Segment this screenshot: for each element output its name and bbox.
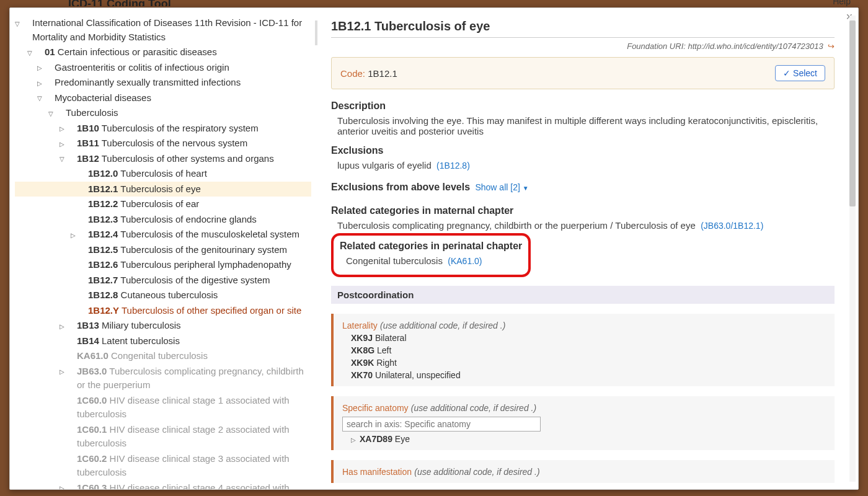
entity-title: 1B12.1 Tuberculosis of eye (331, 19, 835, 38)
tree-item[interactable]: 1B12.5 Tuberculosis of the genitourinary… (15, 242, 311, 258)
triangle-right-icon[interactable]: ▷ (68, 367, 76, 376)
tree-item-selected[interactable]: 1B12.1 Tuberculosis of eye (15, 182, 311, 197)
caret-down-icon: ▼ (523, 185, 529, 192)
triangle-right-icon[interactable]: ▷ (68, 322, 76, 331)
axis-option[interactable]: XK9K Right (342, 355, 826, 368)
perinatal-code-link[interactable]: (KA61.0) (448, 256, 482, 266)
tree-item-residual[interactable]: 1B12.Y Tuberculosis of other specified o… (15, 303, 311, 319)
perinatal-item: Congenital tuberculosis (KA61.0) (340, 255, 522, 266)
entity-detail-modal: ✕ ▽International Classification of Disea… (9, 7, 859, 490)
triangle-right-icon[interactable]: ▷ (351, 436, 358, 443)
triangle-right-icon[interactable]: ▷ (79, 231, 87, 240)
axis-title: Laterality (342, 321, 378, 330)
triangle-right-icon[interactable]: ▷ (46, 79, 53, 88)
axis-option[interactable]: XK8G Left (342, 343, 826, 355)
postcoordination-header: Postcoordination (331, 286, 835, 304)
axis-search-input[interactable] (342, 417, 541, 432)
axis-option[interactable]: XK9J Bilateral (342, 330, 826, 343)
tree-item[interactable]: ▷Predominantly sexually transmitted infe… (15, 75, 311, 91)
tree-item[interactable]: 1B12.8 Cutaneous tuberculosis (15, 288, 311, 303)
axis-note: (use additional code, if desired .) (380, 321, 505, 330)
section-description-heading: Description (331, 100, 835, 112)
axis-title: Specific anatomy (342, 403, 409, 413)
tree-item[interactable]: ▷Gastroenteritis or colitis of infectiou… (15, 60, 311, 76)
tree-item[interactable]: 1B14 Latent tuberculosis (15, 334, 311, 349)
axis-option[interactable]: ▷XA7D89 Eye (342, 432, 826, 444)
section-exclusions-above-heading: Exclusions from above levels (331, 182, 470, 193)
tree-chapter-01[interactable]: ▽01 Certain infectious or parasitic dise… (15, 45, 311, 60)
show-all-link[interactable]: Show all [2]▼ (475, 182, 528, 192)
tree-item-secondary[interactable]: ▷1C60.3 HIV disease clinical stage 4 ass… (15, 480, 311, 490)
axis-has-manifestation: Has manifestation (use additional code, … (331, 460, 835, 483)
tree-item-secondary[interactable]: 1C60.1 HIV disease clinical stage 2 asso… (15, 422, 311, 451)
exclusion-code-link[interactable]: (1B12.8) (436, 161, 470, 170)
tree-item[interactable]: ▷1B13 Miliary tuberculosis (15, 318, 311, 334)
axis-title: Has manifestation (342, 467, 412, 477)
axis-note: (use additional code, if desired .) (414, 467, 539, 477)
external-link-icon[interactable]: ↪ (828, 42, 835, 51)
tree-item[interactable]: ▷1B12.4 Tuberculosis of the musculoskele… (15, 227, 311, 242)
maternal-item: Tuberculosis complicating pregnancy, chi… (331, 220, 835, 231)
pane-splitter[interactable] (314, 8, 319, 489)
select-button[interactable]: ✓ Select (775, 65, 825, 81)
code-label: Code: (340, 68, 365, 79)
exclusion-item: lupus vulgaris of eyelid (1B12.8) (331, 160, 835, 170)
tree-item[interactable]: ▷1B11 Tuberculosis of the nervous system (15, 136, 311, 151)
tree-item[interactable]: 1B12.2 Tuberculosis of ear (15, 197, 311, 212)
triangle-right-icon[interactable]: ▷ (46, 63, 53, 73)
code-value: 1B12.1 (368, 68, 397, 79)
triangle-right-icon[interactable]: ▷ (68, 140, 76, 149)
triangle-right-icon[interactable]: ▷ (68, 124, 76, 133)
tree-item[interactable]: 1B12.3 Tuberculosis of endocrine glands (15, 212, 311, 228)
tree-item[interactable]: ▽Mycobacterial diseases (15, 91, 311, 106)
tree-item-secondary[interactable]: ▷JB63.0 Tuberculosis complicating pregna… (15, 364, 311, 393)
section-perinatal-heading: Related categories in perinatal chapter (340, 241, 522, 252)
triangle-down-icon[interactable]: ▽ (57, 109, 64, 118)
tree-item[interactable]: 1B12.0 Tuberculosis of heart (15, 166, 311, 182)
foundation-uri: Foundation URI: http://id.who.int/icd/en… (331, 42, 835, 51)
tree-item-secondary[interactable]: 1C60.0 HIV disease clinical stage 1 asso… (15, 393, 311, 422)
triangle-down-icon[interactable]: ▽ (68, 154, 76, 164)
triangle-down-icon[interactable]: ▽ (46, 94, 53, 103)
maternal-code-link[interactable]: (JB63.0/1B12.1) (701, 221, 763, 231)
tree-item[interactable]: ▽Tuberculosis (15, 105, 311, 121)
tree-item[interactable]: ▷1B10 Tuberculosis of the respiratory sy… (15, 121, 311, 136)
background-help-link: Help (833, 0, 851, 6)
tree-item-secondary[interactable]: KA61.0 Congenital tuberculosis (15, 348, 311, 364)
triangle-down-icon[interactable]: ▽ (24, 19, 31, 29)
scrollbar-thumb[interactable] (849, 20, 856, 206)
section-exclusions-heading: Exclusions (331, 145, 835, 156)
tree-item[interactable]: ▽1B12 Tuberculosis of other systems and … (15, 151, 311, 167)
tree-root[interactable]: ▽International Classification of Disease… (15, 16, 311, 45)
axis-specific-anatomy: Specific anatomy (use additional code, i… (331, 396, 835, 450)
axis-option[interactable]: XK70 Unilateral, unspecified (342, 368, 826, 380)
description-text: Tuberculosis involving the eye. This may… (331, 115, 835, 136)
annotation-highlight: Related categories in perinatal chapter … (331, 233, 531, 277)
axis-laterality: Laterality (use additional code, if desi… (331, 314, 835, 386)
axis-note: (use additional code, if desired .) (411, 403, 536, 413)
section-maternal-heading: Related categories in maternal chapter (331, 205, 835, 216)
tree-item[interactable]: 1B12.7 Tuberculosis of the digestive sys… (15, 273, 311, 288)
triangle-right-icon[interactable]: ▷ (68, 484, 76, 489)
tree-item-secondary[interactable]: 1C60.2 HIV disease clinical stage 3 asso… (15, 451, 311, 480)
entity-detail-panel: 1B12.1 Tuberculosis of eye Foundation UR… (319, 8, 858, 489)
background-app-title: ICD-11 Coding Tool (68, 0, 837, 6)
hierarchy-tree[interactable]: ▽International Classification of Disease… (10, 8, 314, 489)
tree-item[interactable]: 1B12.6 Tuberculous peripheral lymphadeno… (15, 257, 311, 273)
code-box: Code: 1B12.1 ✓ Select (331, 57, 835, 89)
triangle-down-icon[interactable]: ▽ (36, 48, 43, 58)
